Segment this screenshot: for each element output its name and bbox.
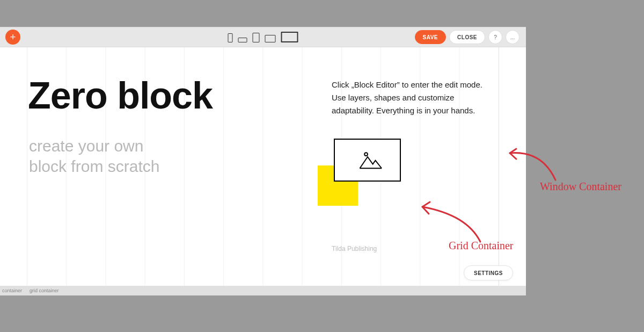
hero-subtitle-line2: block from scratch bbox=[29, 157, 159, 175]
hero-title: Zero block bbox=[28, 74, 213, 117]
status-grid-container-label: grid container bbox=[30, 288, 59, 293]
toolbar-actions: SAVE CLOSE ? ... bbox=[415, 30, 519, 44]
status-bar: container grid container bbox=[0, 286, 526, 295]
tablet-landscape-icon[interactable] bbox=[265, 35, 276, 42]
image-placeholder-icon bbox=[335, 140, 400, 181]
image-placeholder-group bbox=[318, 139, 404, 203]
top-toolbar: + SAVE CLOSE ? ... bbox=[0, 27, 526, 47]
annotation-window-container: Window Container bbox=[540, 181, 621, 193]
add-button[interactable]: + bbox=[5, 30, 20, 45]
more-icon: ... bbox=[510, 34, 515, 40]
plus-icon: + bbox=[10, 32, 16, 43]
hero-subtitle: create your own block from scratch bbox=[29, 136, 159, 176]
help-icon: ? bbox=[494, 34, 497, 40]
description-text: Click „Block Editor” to enter the edit m… bbox=[332, 78, 493, 117]
phone-landscape-icon[interactable] bbox=[238, 38, 247, 42]
desktop-icon[interactable] bbox=[281, 32, 298, 42]
phone-portrait-icon[interactable] bbox=[228, 33, 233, 42]
tablet-portrait-icon[interactable] bbox=[253, 33, 260, 42]
image-frame bbox=[334, 139, 401, 182]
editor-window: + SAVE CLOSE ? ... Zero block create you… bbox=[0, 27, 526, 295]
save-button[interactable]: SAVE bbox=[415, 30, 447, 44]
more-button[interactable]: ... bbox=[506, 30, 519, 44]
svg-point-0 bbox=[364, 153, 368, 156]
canvas-area[interactable]: Zero block create your own block from sc… bbox=[0, 47, 526, 286]
hero-subtitle-line1: create your own bbox=[29, 137, 143, 155]
device-switcher bbox=[228, 32, 298, 42]
close-button[interactable]: CLOSE bbox=[449, 30, 485, 44]
status-container-label: container bbox=[2, 288, 22, 293]
help-button[interactable]: ? bbox=[488, 30, 502, 44]
credit-text: Tilda Publishing bbox=[332, 245, 377, 252]
settings-button[interactable]: SETTINGS bbox=[464, 265, 513, 280]
